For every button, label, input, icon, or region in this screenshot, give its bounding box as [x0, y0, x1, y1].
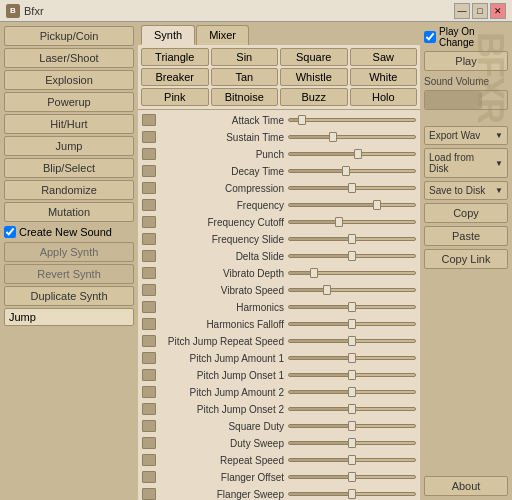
- mutation-button[interactable]: Mutation: [4, 202, 134, 222]
- wave-triangle[interactable]: Triangle: [141, 48, 209, 66]
- slider-track[interactable]: [288, 424, 416, 428]
- slider-track[interactable]: [288, 492, 416, 496]
- slider-track[interactable]: [288, 407, 416, 411]
- slider-thumb[interactable]: [348, 438, 356, 448]
- slider-track[interactable]: [288, 169, 416, 173]
- slider-thumb[interactable]: [335, 217, 343, 227]
- slider-track[interactable]: [288, 186, 416, 190]
- slider-track[interactable]: [288, 373, 416, 377]
- slider-track[interactable]: [288, 118, 416, 122]
- slider-track[interactable]: [288, 339, 416, 343]
- load-from-disk-button[interactable]: Load from Disk ▼: [424, 148, 508, 178]
- slider-row: Pitch Jump Onset 1: [142, 367, 416, 383]
- slider-label: Harmonics: [158, 302, 288, 313]
- slider-track[interactable]: [288, 237, 416, 241]
- jump-button[interactable]: Jump: [4, 136, 134, 156]
- slider-thumb[interactable]: [348, 319, 356, 329]
- slider-icon: [142, 182, 156, 194]
- close-button[interactable]: ✕: [490, 3, 506, 19]
- slider-track[interactable]: [288, 220, 416, 224]
- slider-thumb[interactable]: [373, 200, 381, 210]
- wave-white[interactable]: White: [350, 68, 418, 86]
- explosion-button[interactable]: Explosion: [4, 70, 134, 90]
- hit-hurt-button[interactable]: Hit/Hurt: [4, 114, 134, 134]
- slider-thumb[interactable]: [298, 115, 306, 125]
- slider-row: Square Duty: [142, 418, 416, 434]
- wave-sin[interactable]: Sin: [211, 48, 279, 66]
- duplicate-synth-button[interactable]: Duplicate Synth: [4, 286, 134, 306]
- slider-thumb[interactable]: [348, 421, 356, 431]
- slider-icon: [142, 165, 156, 177]
- laser-shoot-button[interactable]: Laser/Shoot: [4, 48, 134, 68]
- slider-track[interactable]: [288, 203, 416, 207]
- slider-label: Pitch Jump Amount 2: [158, 387, 288, 398]
- slider-track[interactable]: [288, 458, 416, 462]
- slider-thumb[interactable]: [348, 234, 356, 244]
- slider-thumb[interactable]: [310, 268, 318, 278]
- randomize-button[interactable]: Randomize: [4, 180, 134, 200]
- slider-thumb[interactable]: [348, 302, 356, 312]
- wave-breaker[interactable]: Breaker: [141, 68, 209, 86]
- save-to-disk-button[interactable]: Save to Disk ▼: [424, 181, 508, 200]
- slider-icon: [142, 403, 156, 415]
- slider-label: Repeat Speed: [158, 455, 288, 466]
- slider-thumb[interactable]: [348, 489, 356, 499]
- tab-synth[interactable]: Synth: [141, 25, 195, 45]
- pickup-coin-button[interactable]: Pickup/Coin: [4, 26, 134, 46]
- slider-label: Sustain Time: [158, 132, 288, 143]
- slider-track[interactable]: [288, 441, 416, 445]
- jump-input[interactable]: [9, 311, 147, 323]
- slider-thumb[interactable]: [348, 472, 356, 482]
- blip-select-button[interactable]: Blip/Select: [4, 158, 134, 178]
- wave-bitnoise[interactable]: Bitnoise: [211, 88, 279, 106]
- slider-track[interactable]: [288, 475, 416, 479]
- maximize-button[interactable]: □: [472, 3, 488, 19]
- slider-thumb[interactable]: [329, 132, 337, 142]
- slider-thumb[interactable]: [348, 455, 356, 465]
- slider-track[interactable]: [288, 271, 416, 275]
- slider-thumb[interactable]: [348, 404, 356, 414]
- slider-row: Flanger Offset: [142, 469, 416, 485]
- slider-thumb[interactable]: [348, 183, 356, 193]
- slider-track[interactable]: [288, 254, 416, 258]
- slider-thumb[interactable]: [348, 251, 356, 261]
- slider-row: Pitch Jump Repeat Speed: [142, 333, 416, 349]
- wave-tan[interactable]: Tan: [211, 68, 279, 86]
- tab-mixer[interactable]: Mixer: [196, 25, 249, 45]
- slider-track[interactable]: [288, 356, 416, 360]
- slider-thumb[interactable]: [348, 353, 356, 363]
- slider-track[interactable]: [288, 152, 416, 156]
- create-new-sound-checkbox[interactable]: [4, 226, 16, 238]
- tabs-row: Synth Mixer: [138, 22, 420, 45]
- slider-row: Vibrato Speed: [142, 282, 416, 298]
- copy-button[interactable]: Copy: [424, 203, 508, 223]
- wave-whistle[interactable]: Whistle: [280, 68, 348, 86]
- slider-track[interactable]: [288, 390, 416, 394]
- slider-thumb[interactable]: [348, 336, 356, 346]
- slider-track[interactable]: [288, 305, 416, 309]
- about-button[interactable]: About: [424, 476, 508, 496]
- wave-holo[interactable]: Holo: [350, 88, 418, 106]
- slider-thumb[interactable]: [348, 387, 356, 397]
- copy-link-button[interactable]: Copy Link: [424, 249, 508, 269]
- wave-saw[interactable]: Saw: [350, 48, 418, 66]
- paste-button[interactable]: Paste: [424, 226, 508, 246]
- wave-buzz[interactable]: Buzz: [280, 88, 348, 106]
- wave-square[interactable]: Square: [280, 48, 348, 66]
- revert-synth-button[interactable]: Revert Synth: [4, 264, 134, 284]
- powerup-button[interactable]: Powerup: [4, 92, 134, 112]
- wave-pink[interactable]: Pink: [141, 88, 209, 106]
- export-wav-button[interactable]: Export Wav ▼: [424, 126, 508, 145]
- slider-track[interactable]: [288, 288, 416, 292]
- slider-track[interactable]: [288, 322, 416, 326]
- slider-thumb[interactable]: [354, 149, 362, 159]
- slider-thumb[interactable]: [348, 370, 356, 380]
- slider-thumb[interactable]: [323, 285, 331, 295]
- slider-icon: [142, 335, 156, 347]
- play-on-change-checkbox[interactable]: [424, 31, 436, 43]
- wave-buttons-area: Triangle Sin Square Saw Breaker Tan Whis…: [138, 45, 420, 110]
- slider-thumb[interactable]: [342, 166, 350, 176]
- apply-synth-button[interactable]: Apply Synth: [4, 242, 134, 262]
- slider-track[interactable]: [288, 135, 416, 139]
- minimize-button[interactable]: —: [454, 3, 470, 19]
